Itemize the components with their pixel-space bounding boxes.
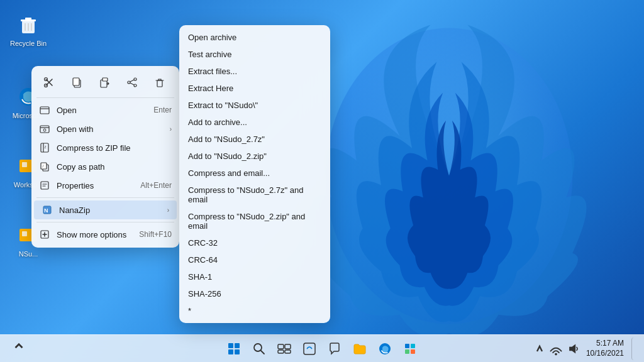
extract-files-label: Extract files... bbox=[188, 67, 237, 76]
taskbar-right: 5:17 AM 10/16/2021 bbox=[533, 337, 636, 360]
svg-rect-9 bbox=[22, 162, 27, 167]
svg-text:/: / bbox=[42, 164, 44, 168]
add-archive-item[interactable]: Add to archive... bbox=[179, 114, 330, 131]
open-archive-item[interactable]: Open archive bbox=[179, 29, 330, 46]
extract-to-item[interactable]: Extract to "NSudo\" bbox=[179, 97, 330, 114]
context-menu-left: Open Enter Open with › Z Compress to ZIP… bbox=[31, 66, 179, 248]
compress-7z-email-item[interactable]: Compress to "NSudo_2.7z" and email bbox=[179, 182, 330, 208]
nanazip-item[interactable]: N NanaZip › bbox=[34, 200, 177, 219]
divider-3 bbox=[36, 222, 174, 222]
start-button[interactable] bbox=[223, 337, 245, 360]
svg-rect-46 bbox=[411, 344, 415, 348]
chat-button[interactable] bbox=[323, 337, 346, 360]
share-button[interactable] bbox=[122, 72, 142, 92]
svg-rect-15 bbox=[73, 78, 79, 85]
divider-1 bbox=[36, 97, 174, 98]
extract-here-label: Extract Here bbox=[188, 84, 233, 93]
context-menu-nanazip: Open archive Test archive Extract files.… bbox=[179, 25, 330, 323]
show-desktop-button[interactable] bbox=[631, 337, 636, 360]
properties-label: Properties bbox=[57, 181, 134, 190]
open-item[interactable]: Open Enter bbox=[31, 101, 179, 119]
show-more-item[interactable]: Show more options Shift+F10 bbox=[31, 225, 179, 244]
sha1-label: SHA-1 bbox=[188, 272, 212, 282]
copy-path-label: Copy as path bbox=[57, 162, 172, 172]
copy-path-icon: / bbox=[39, 161, 50, 172]
svg-rect-40 bbox=[285, 344, 291, 349]
taskbar-left bbox=[8, 337, 30, 360]
file-explorer-button[interactable] bbox=[348, 337, 371, 360]
clock-display[interactable]: 5:17 AM 10/16/2021 bbox=[586, 339, 624, 358]
crc64-label: CRC-64 bbox=[188, 255, 218, 265]
svg-point-24 bbox=[43, 129, 46, 131]
test-archive-item[interactable]: Test archive bbox=[179, 46, 330, 63]
extract-files-item[interactable]: Extract files... bbox=[179, 63, 330, 80]
svg-rect-36 bbox=[228, 349, 233, 354]
task-view-button[interactable] bbox=[273, 337, 296, 360]
add-archive-label: Add to archive... bbox=[188, 118, 247, 127]
properties-item[interactable]: Properties Alt+Enter bbox=[31, 176, 179, 195]
svg-rect-34 bbox=[228, 343, 233, 348]
date-display: 10/16/2021 bbox=[586, 349, 624, 359]
svg-point-38 bbox=[254, 344, 262, 351]
svg-text:Z: Z bbox=[45, 145, 47, 149]
svg-rect-22 bbox=[40, 107, 49, 114]
star-label: * bbox=[188, 306, 191, 315]
add-zip-label: Add to "NSudo_2.zip" bbox=[188, 151, 267, 161]
sha1-item[interactable]: SHA-1 bbox=[179, 268, 330, 285]
time-display: 5:17 AM bbox=[586, 339, 624, 349]
copy-button[interactable] bbox=[67, 72, 87, 92]
recycle-bin-icon[interactable]: Recycle Bin bbox=[6, 9, 50, 50]
widgets-button[interactable] bbox=[298, 337, 321, 360]
svg-rect-48 bbox=[411, 349, 415, 354]
crc32-label: CRC-32 bbox=[188, 238, 218, 248]
add-zip-item[interactable]: Add to "NSudo_2.zip" bbox=[179, 148, 330, 165]
cut-button[interactable] bbox=[39, 72, 59, 92]
svg-rect-3 bbox=[25, 18, 31, 20]
compress-zip-label: Compress to ZIP file bbox=[57, 143, 172, 153]
svg-rect-39 bbox=[278, 344, 284, 349]
open-shortcut: Enter bbox=[153, 106, 172, 114]
add-7z-item[interactable]: Add to "NSudo_2.7z" bbox=[179, 131, 330, 148]
open-with-item[interactable]: Open with › bbox=[31, 119, 179, 138]
svg-rect-11 bbox=[22, 231, 27, 236]
crc64-item[interactable]: CRC-64 bbox=[179, 251, 330, 268]
network-icon[interactable] bbox=[548, 337, 564, 360]
wallpaper-swirl bbox=[304, 13, 594, 339]
svg-rect-35 bbox=[235, 343, 240, 348]
svg-rect-41 bbox=[278, 350, 284, 353]
show-more-shortcut: Shift+F10 bbox=[139, 230, 172, 239]
star-item[interactable]: * bbox=[179, 302, 330, 319]
search-button[interactable] bbox=[248, 337, 270, 360]
compress-zip-email-item[interactable]: Compress to "NSudo_2.zip" and email bbox=[179, 208, 330, 234]
open-icon bbox=[39, 104, 50, 116]
open-with-icon bbox=[39, 123, 50, 134]
compress-email-item[interactable]: Compress and email... bbox=[179, 165, 330, 182]
compress-zip-item[interactable]: Z Compress to ZIP file bbox=[31, 138, 179, 157]
copy-path-item[interactable]: / Copy as path bbox=[31, 157, 179, 176]
system-tray-expand[interactable] bbox=[8, 337, 30, 360]
volume-icon[interactable] bbox=[566, 337, 581, 360]
delete-button[interactable] bbox=[150, 72, 170, 92]
taskbar-center-icons bbox=[223, 337, 421, 360]
taskbar: 5:17 AM 10/16/2021 bbox=[0, 334, 644, 362]
context-actions-row bbox=[31, 70, 179, 95]
tray-chevron[interactable] bbox=[533, 337, 546, 360]
properties-icon bbox=[39, 180, 50, 191]
sha256-item[interactable]: SHA-256 bbox=[179, 285, 330, 302]
edge-taskbar-button[interactable] bbox=[374, 337, 396, 360]
paste-shortcut-button[interactable] bbox=[94, 72, 114, 92]
crc32-item[interactable]: CRC-32 bbox=[179, 234, 330, 251]
nanazip-label: NanaZip bbox=[59, 206, 161, 215]
svg-rect-42 bbox=[285, 350, 291, 353]
store-button[interactable] bbox=[399, 337, 421, 360]
nsudo-label: NSu... bbox=[19, 250, 38, 258]
nanazip-icon: N bbox=[42, 204, 53, 216]
svg-rect-17 bbox=[103, 78, 108, 81]
svg-rect-45 bbox=[405, 344, 409, 348]
divider-2 bbox=[36, 197, 174, 198]
compress-email-label: Compress and email... bbox=[188, 168, 270, 178]
zip-icon: Z bbox=[39, 142, 50, 153]
test-archive-label: Test archive bbox=[188, 50, 231, 59]
open-label: Open bbox=[57, 106, 147, 115]
extract-here-item[interactable]: Extract Here bbox=[179, 80, 330, 97]
